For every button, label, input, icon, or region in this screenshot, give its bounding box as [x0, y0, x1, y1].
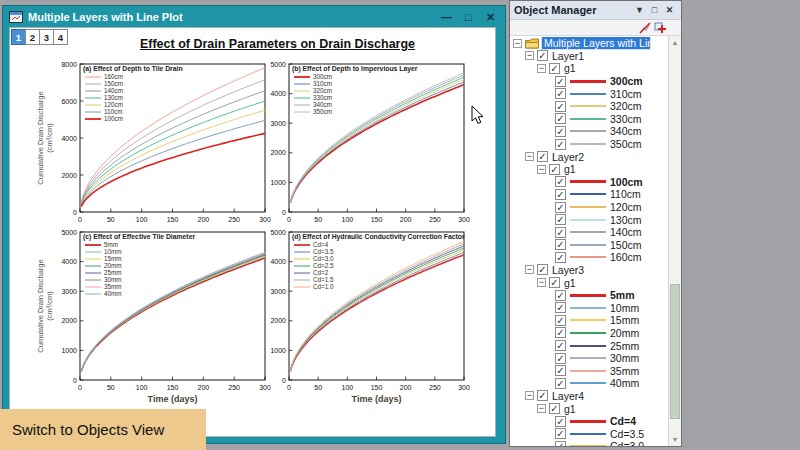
panel-close-icon[interactable]: ✕ [662, 5, 677, 15]
tree-item-label[interactable]: g1 [564, 163, 576, 175]
tree-item-label[interactable]: 15mm [610, 314, 639, 326]
layer-tab-4[interactable]: 4 [53, 29, 68, 45]
maximize-button[interactable]: □ [460, 8, 477, 26]
expander-icon[interactable] [537, 404, 546, 413]
tree-row-25mm[interactable]: 25mm [512, 339, 668, 352]
expander-icon[interactable] [513, 39, 522, 48]
panel-menu-icon[interactable]: ▼ [632, 5, 647, 15]
tree-row-15mm[interactable]: 15mm [512, 314, 668, 327]
tree-item-label[interactable]: 310cm [610, 88, 642, 100]
tree-item-label[interactable]: 120cm [610, 201, 642, 213]
tree-item-label[interactable]: 30mm [610, 352, 639, 364]
tree-row-5mm[interactable]: 5mm [512, 289, 668, 302]
add-plot-icon[interactable] [654, 22, 666, 34]
tree-item-label[interactable]: 130cm [610, 214, 642, 226]
exclude-plot-icon[interactable] [639, 22, 651, 34]
expander-icon[interactable] [525, 152, 534, 161]
expander-icon[interactable] [525, 51, 534, 60]
tree-row-130cm[interactable]: 130cm [512, 213, 668, 226]
tree-item-label[interactable]: Cd=3.5 [610, 428, 644, 440]
visibility-checkbox[interactable] [555, 302, 566, 313]
scroll-up-icon[interactable]: ▲ [669, 36, 681, 49]
visibility-checkbox[interactable] [555, 227, 566, 238]
tree-row-320cm[interactable]: 320cm [512, 100, 668, 113]
visibility-checkbox[interactable] [555, 252, 566, 263]
visibility-checkbox[interactable] [555, 139, 566, 150]
visibility-checkbox[interactable] [555, 290, 566, 301]
visibility-checkbox[interactable] [555, 428, 566, 439]
tree-row-cd-4[interactable]: Cd=4 [512, 415, 668, 428]
tree-item-label[interactable]: 320cm [610, 100, 642, 112]
visibility-checkbox[interactable] [555, 327, 566, 338]
tree-row-110cm[interactable]: 110cm [512, 188, 668, 201]
visibility-checkbox[interactable] [555, 126, 566, 137]
visibility-checkbox[interactable] [549, 403, 560, 414]
minimize-button[interactable]: — [438, 8, 455, 26]
tree-scrollbar[interactable]: ▲ ▼ [668, 36, 681, 446]
visibility-checkbox[interactable] [549, 277, 560, 288]
layer-tab-1[interactable]: 1 [11, 29, 26, 45]
visibility-checkbox[interactable] [555, 353, 566, 364]
visibility-checkbox[interactable] [549, 164, 560, 175]
tree-row-multiple-layers-with-line-plot[interactable]: Multiple Layers with Line Plot [512, 37, 668, 50]
visibility-checkbox[interactable] [549, 63, 560, 74]
tree-row-g1[interactable]: g1 [512, 402, 668, 415]
tree-row-g1[interactable]: g1 [512, 276, 668, 289]
visibility-checkbox[interactable] [555, 214, 566, 225]
tree-row-150cm[interactable]: 150cm [512, 239, 668, 252]
visibility-checkbox[interactable] [555, 239, 566, 250]
visibility-checkbox[interactable] [555, 365, 566, 376]
tree-row-10mm[interactable]: 10mm [512, 301, 668, 314]
tree-item-label[interactable]: 140cm [610, 226, 642, 238]
tree-row-g1[interactable]: g1 [512, 163, 668, 176]
tree-item-label[interactable]: 5mm [610, 289, 635, 301]
tree-item-label[interactable]: Layer1 [552, 50, 584, 62]
visibility-checkbox[interactable] [555, 416, 566, 427]
tree-row-160cm[interactable]: 160cm [512, 251, 668, 264]
tree-item-label[interactable]: Layer3 [552, 264, 584, 276]
expander-icon[interactable] [525, 265, 534, 274]
layer-tab-2[interactable]: 2 [25, 29, 40, 45]
tree-row-40mm[interactable]: 40mm [512, 377, 668, 390]
visibility-checkbox[interactable] [537, 264, 548, 275]
expander-icon[interactable] [525, 391, 534, 400]
visibility-checkbox[interactable] [555, 176, 566, 187]
visibility-checkbox[interactable] [555, 202, 566, 213]
tree-item-label[interactable]: Layer4 [552, 390, 584, 402]
visibility-checkbox[interactable] [555, 88, 566, 99]
tree-item-label[interactable]: 35mm [610, 365, 639, 377]
tree-row-20mm[interactable]: 20mm [512, 327, 668, 340]
tree-row-120cm[interactable]: 120cm [512, 201, 668, 214]
chart-hydraulic-conductivity-factor[interactable]: 050100150200250300010002000300040005000T… [239, 222, 489, 422]
visibility-checkbox[interactable] [555, 189, 566, 200]
tree-row-340cm[interactable]: 340cm [512, 125, 668, 138]
visibility-checkbox[interactable] [555, 340, 566, 351]
tree-item-label[interactable]: Cd=3.0 [610, 440, 644, 446]
tree-item-label[interactable]: g1 [564, 62, 576, 74]
tree-item-label[interactable]: g1 [564, 277, 576, 289]
expander-icon[interactable] [537, 165, 546, 174]
expander-icon[interactable] [537, 278, 546, 287]
panel-float-icon[interactable]: □ [647, 5, 662, 15]
tree-row-layer2[interactable]: Layer2 [512, 150, 668, 163]
tree-item-label[interactable]: 110cm [610, 188, 641, 200]
tree-item-label[interactable]: 25mm [610, 340, 639, 352]
scroll-down-icon[interactable]: ▼ [669, 433, 681, 446]
tree-item-label[interactable]: 150cm [610, 239, 642, 251]
object-manager-titlebar[interactable]: Object Manager ▼ □ ✕ [510, 1, 681, 20]
tree-row-cd-3-0[interactable]: Cd=3.0 [512, 440, 668, 446]
tree-item-label[interactable]: 10mm [610, 302, 639, 314]
tree-item-label[interactable]: Cd=4 [610, 415, 636, 427]
tree-item-label[interactable]: 160cm [610, 251, 642, 263]
tree-row-cd-3-5[interactable]: Cd=3.5 [512, 427, 668, 440]
visibility-checkbox[interactable] [555, 441, 566, 446]
visibility-checkbox[interactable] [555, 315, 566, 326]
tree-row-300cm[interactable]: 300cm [512, 75, 668, 88]
scroll-thumb[interactable] [670, 284, 680, 419]
tree-row-layer1[interactable]: Layer1 [512, 50, 668, 63]
tree-item-label[interactable]: Layer2 [552, 151, 584, 163]
close-button[interactable]: ✕ [482, 8, 499, 26]
tree-item-label[interactable]: 340cm [610, 125, 642, 137]
visibility-checkbox[interactable] [537, 151, 548, 162]
tree-row-140cm[interactable]: 140cm [512, 226, 668, 239]
